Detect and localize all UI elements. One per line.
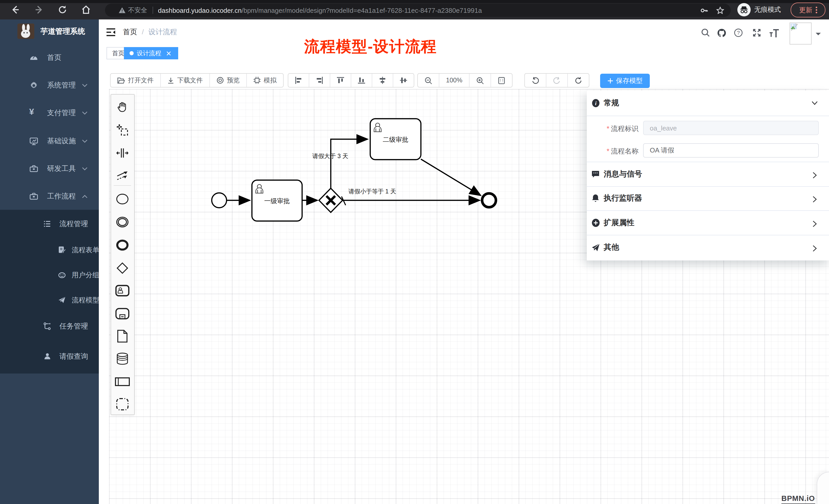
align-center-horizontal-button[interactable] — [393, 74, 414, 87]
sidebar-item-home[interactable]: 首页 — [0, 45, 99, 71]
sidebar-item-system[interactable]: 系统管理 — [0, 73, 99, 98]
plus-icon — [607, 78, 613, 84]
browser-home-icon[interactable] — [81, 5, 91, 15]
sidebar-item-infra[interactable]: 基础设施 — [0, 128, 99, 154]
create-data-object-icon[interactable] — [115, 328, 130, 344]
avatar[interactable] — [790, 23, 812, 44]
screen: 不安全 dashboard.yudao.iocoder.cn/bpm/manag… — [0, 0, 829, 504]
preview-button[interactable]: 预览 — [210, 74, 247, 87]
breadcrumb-separator: / — [142, 28, 144, 37]
align-bottom-button[interactable] — [351, 74, 372, 87]
process-key-row: *流程标识 — [587, 121, 829, 135]
form-edit-icon — [58, 245, 66, 254]
redo-button[interactable] — [546, 74, 568, 87]
flow-icon — [43, 322, 52, 331]
hand-tool-icon[interactable] — [115, 99, 130, 115]
chevron-right-icon — [813, 245, 817, 251]
create-start-event-icon[interactable] — [115, 191, 130, 207]
undo-button[interactable] — [525, 74, 546, 87]
download-file-button[interactable]: 下载文件 — [161, 74, 210, 87]
browser-update-button[interactable]: 更新 — [791, 3, 825, 17]
site-security[interactable]: 不安全 — [119, 6, 147, 14]
sidebar-item-payment[interactable]: ¥ 支付管理 — [0, 100, 99, 126]
url-bar[interactable]: 不安全 dashboard.yudao.iocoder.cn/bpm/manag… — [105, 4, 731, 17]
svg-text:i: i — [595, 100, 597, 107]
create-end-event-icon[interactable] — [115, 237, 130, 253]
password-key-icon[interactable] — [700, 6, 709, 14]
bpmn-io-watermark[interactable]: BPMN.iO — [781, 494, 815, 504]
align-right-button[interactable] — [309, 74, 330, 87]
panel-section-extensions[interactable]: 扩展属性 — [587, 211, 829, 235]
sidebar-item-user-group[interactable]: 用户分组 — [0, 263, 99, 288]
process-key-input[interactable] — [643, 121, 819, 135]
chevron-down-icon[interactable] — [812, 101, 818, 105]
tab-close-icon[interactable] — [167, 51, 173, 55]
create-gateway-icon[interactable] — [115, 261, 130, 276]
fit-viewport-button[interactable] — [491, 74, 512, 87]
lasso-tool-icon[interactable] — [115, 122, 130, 138]
chevron-right-icon — [813, 172, 817, 178]
panel-section-general[interactable]: i 常规 — [587, 90, 829, 116]
create-user-task-icon[interactable] — [115, 283, 130, 298]
security-label: 不安全 — [128, 6, 147, 14]
create-intermediate-event-icon[interactable] — [115, 215, 130, 230]
breadcrumb-home[interactable]: 首页 — [123, 28, 137, 37]
incognito-indicator: 无痕模式 — [737, 2, 781, 17]
browser-back-icon[interactable] — [10, 5, 21, 15]
download-icon — [168, 77, 174, 84]
sidebar-item-task-mgmt[interactable]: 任务管理 — [0, 314, 99, 339]
sidebar-fold-icon[interactable] — [107, 28, 115, 36]
chevron-down-icon — [82, 139, 87, 143]
bookmark-star-icon[interactable] — [716, 6, 725, 14]
sidebar-item-leave-query[interactable]: 请假查询 — [0, 344, 99, 370]
save-model-button[interactable]: 保存模型 — [600, 74, 650, 88]
create-group-icon[interactable] — [115, 396, 130, 412]
simulate-button[interactable]: 模拟 — [247, 74, 283, 87]
panel-section-messages[interactable]: 消息与信号 — [587, 162, 829, 187]
browser-forward-icon[interactable] — [34, 5, 44, 15]
browser-reload-icon[interactable] — [57, 5, 68, 15]
sidebar-item-process-model[interactable]: 流程模型 — [0, 287, 99, 313]
align-center-vertical-button[interactable] — [372, 74, 393, 87]
url-path: /bpm/manager/model/design?modelId=e4a1a1… — [242, 6, 482, 14]
align-toolbar-group — [288, 73, 414, 87]
open-file-button[interactable]: 打开文件 — [111, 74, 161, 87]
active-tab-dot — [130, 51, 134, 55]
github-icon[interactable] — [717, 28, 726, 37]
create-participant-icon[interactable] — [115, 374, 130, 389]
info-icon: i — [591, 99, 600, 108]
user-group-icon — [58, 271, 66, 279]
sidebar-item-devtools[interactable]: 研发工具 — [0, 156, 99, 182]
breadcrumb-current: 设计流程 — [148, 28, 177, 37]
sidebar-item-process-form[interactable]: 流程表单 — [0, 237, 99, 263]
tab-design[interactable]: 设计流程 — [124, 47, 178, 60]
browser-menu-icon[interactable] — [816, 7, 817, 13]
zoom-in-button[interactable] — [470, 74, 491, 87]
align-left-button[interactable] — [288, 74, 309, 87]
warning-icon — [119, 7, 125, 13]
fullscreen-icon[interactable] — [752, 28, 761, 37]
required-asterisk: * — [607, 147, 609, 155]
zoom-out-button[interactable] — [418, 74, 439, 87]
space-tool-icon[interactable] — [115, 145, 130, 161]
url-divider — [152, 7, 153, 14]
create-subprocess-icon[interactable] — [115, 306, 130, 321]
sidebar-item-workflow[interactable]: 工作流程 — [0, 184, 99, 209]
avatar-caret-icon[interactable] — [816, 33, 821, 38]
font-size-icon[interactable] — [768, 29, 778, 38]
global-connect-tool-icon[interactable] — [115, 168, 130, 183]
app-logo-row[interactable]: 芋道管理系统 — [0, 20, 99, 45]
bell-icon — [591, 194, 600, 203]
sidebar-item-process-mgmt[interactable]: 流程管理 — [0, 211, 99, 237]
restart-button[interactable] — [568, 74, 589, 87]
help-icon[interactable]: ? — [734, 28, 743, 37]
align-top-button[interactable] — [330, 74, 351, 87]
breadcrumb: 首页 / 设计流程 — [123, 28, 177, 37]
process-name-input[interactable] — [643, 143, 819, 158]
create-data-store-icon[interactable] — [115, 351, 130, 366]
panel-section-listeners[interactable]: 执行监听器 — [587, 186, 829, 211]
chevron-right-icon — [813, 196, 817, 202]
monitor-icon — [29, 137, 38, 146]
search-icon[interactable] — [701, 28, 710, 37]
panel-section-other[interactable]: 其他 — [587, 235, 829, 260]
